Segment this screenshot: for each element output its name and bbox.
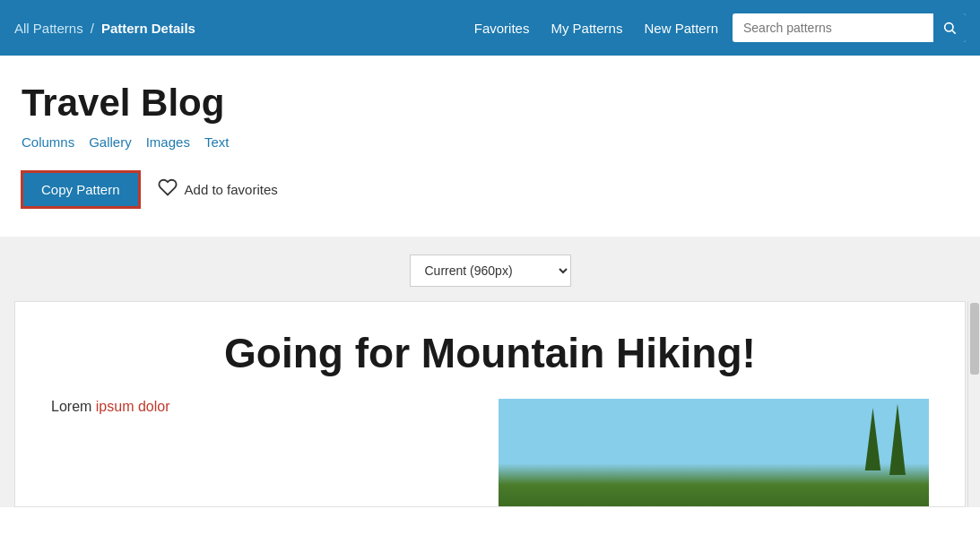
search-icon xyxy=(942,21,957,35)
pattern-title: Travel Blog xyxy=(22,82,958,124)
main-content: Travel Blog Columns Gallery Images Text … xyxy=(0,56,980,208)
preview-lorem: Lorem xyxy=(51,399,96,414)
copy-pattern-button[interactable]: Copy Pattern xyxy=(22,171,140,208)
preview-image xyxy=(499,399,929,506)
search-input[interactable] xyxy=(733,13,933,42)
action-bar: Copy Pattern Add to favorites xyxy=(22,171,958,208)
svg-line-1 xyxy=(952,30,956,34)
tag-images[interactable]: Images xyxy=(146,134,190,150)
nav-favorites[interactable]: Favorites xyxy=(474,21,530,36)
heart-icon xyxy=(158,177,178,202)
header: All Patterns / Pattern Details Favorites… xyxy=(0,0,980,56)
add-to-favorites-button[interactable]: Add to favorites xyxy=(158,177,278,202)
main-nav: Favorites My Patterns New Pattern xyxy=(474,21,718,36)
breadcrumb: All Patterns / Pattern Details xyxy=(14,21,474,36)
breadcrumb-current-page: Pattern Details xyxy=(101,21,195,36)
breadcrumb-separator: / xyxy=(91,21,94,36)
search-container xyxy=(733,13,966,42)
preview-wrapper: Going for Mountain Hiking! Lorem ipsum d… xyxy=(0,301,980,507)
nav-my-patterns[interactable]: My Patterns xyxy=(551,21,622,36)
preview-area: Current (960px) Desktop (1280px) Tablet … xyxy=(0,237,980,507)
breadcrumb-all-patterns[interactable]: All Patterns xyxy=(14,21,83,36)
preview-body: Lorem ipsum dolor xyxy=(51,399,929,506)
preview-content: Going for Mountain Hiking! Lorem ipsum d… xyxy=(14,301,966,507)
search-button[interactable] xyxy=(933,13,966,42)
scrollbar[interactable] xyxy=(967,301,980,507)
svg-point-0 xyxy=(945,23,953,31)
preview-text: Lorem ipsum dolor xyxy=(51,399,477,506)
viewport-select[interactable]: Current (960px) Desktop (1280px) Tablet … xyxy=(410,255,571,287)
tag-list: Columns Gallery Images Text xyxy=(22,134,958,150)
tag-gallery[interactable]: Gallery xyxy=(89,134,132,150)
preview-heading: Going for Mountain Hiking! xyxy=(51,329,929,377)
add-to-favorites-label: Add to favorites xyxy=(185,182,278,197)
scrollbar-thumb[interactable] xyxy=(970,303,979,375)
tag-columns[interactable]: Columns xyxy=(22,134,74,150)
preview-ipsum: ipsum dolor xyxy=(96,399,170,414)
nav-new-pattern[interactable]: New Pattern xyxy=(644,21,718,36)
viewport-selector-row: Current (960px) Desktop (1280px) Tablet … xyxy=(0,255,980,287)
tag-text[interactable]: Text xyxy=(204,134,230,150)
